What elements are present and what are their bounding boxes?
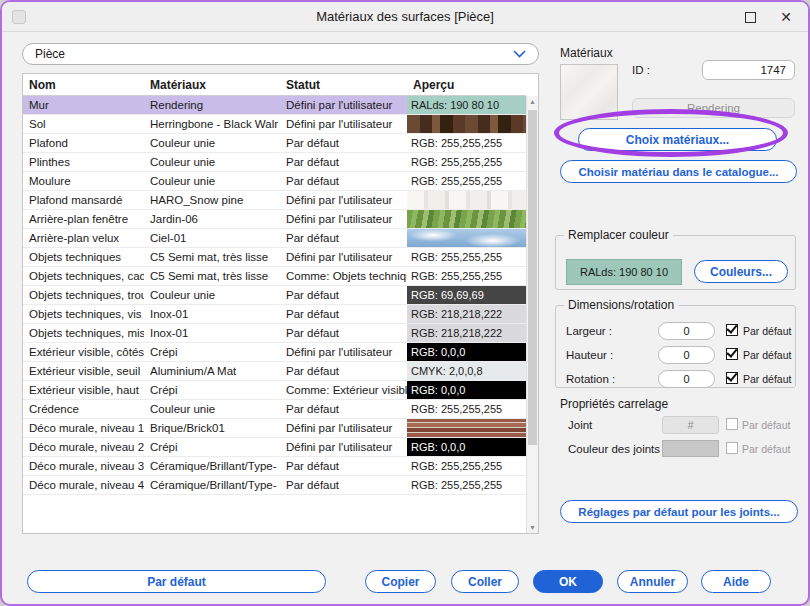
table-row[interactable]: Objets techniques, mise àInox-01Par défa… bbox=[23, 324, 526, 343]
table-row[interactable]: Extérieur visible, hautCrépiComme: Extér… bbox=[23, 381, 526, 400]
row-status: Par défaut bbox=[280, 134, 407, 152]
row-status: Défini par l'utilisateur bbox=[280, 96, 407, 114]
table-row[interactable]: Objets techniques, cadreC5 Semi mat, trè… bbox=[23, 267, 526, 286]
row-status: Défini par l'utilisateur bbox=[280, 248, 407, 266]
row-name: Objets techniques bbox=[23, 248, 144, 266]
rotation-input[interactable]: 0 bbox=[658, 370, 715, 388]
joint-defaults-button[interactable]: Réglages par défaut pour les joints... bbox=[560, 500, 798, 523]
table-row[interactable]: SolHerringbone - Black WalrDéfini par l'… bbox=[23, 115, 526, 134]
row-name: Objets techniques, cadre bbox=[23, 267, 144, 285]
row-material: Ciel-01 bbox=[144, 229, 280, 247]
table-row[interactable]: PlinthesCouleur uniePar défautRGB: 255,2… bbox=[23, 153, 526, 172]
row-preview: RALds: 190 80 10 bbox=[407, 96, 526, 114]
row-status: Par défaut bbox=[280, 457, 407, 475]
row-material: HARO_Snow pine bbox=[144, 191, 280, 209]
row-status: Par défaut bbox=[280, 362, 407, 380]
tiling-title: Propriétés carrelage bbox=[560, 397, 668, 411]
row-preview: CMYK: 2,0,0,8 bbox=[407, 362, 526, 380]
colors-button[interactable]: Couleurs... bbox=[694, 260, 788, 283]
table-row[interactable]: Déco murale, niveau 3Céramique/Brillant/… bbox=[23, 457, 526, 476]
row-material: C5 Semi mat, très lisse bbox=[144, 248, 280, 266]
table-row[interactable]: Extérieur visible, seuilAluminium/A MatP… bbox=[23, 362, 526, 381]
row-status: Comme: Extérieur visible bbox=[280, 381, 407, 399]
scroll-down-icon[interactable]: ▼ bbox=[527, 524, 538, 531]
table-row[interactable]: Objets techniques, trouCouleur uniePar d… bbox=[23, 286, 526, 305]
table-row[interactable]: Déco murale, niveau 1Brique/Brick01Défin… bbox=[23, 419, 526, 438]
rotation-label: Rotation : bbox=[566, 373, 615, 385]
table-row[interactable]: Déco murale, niveau 4Céramique/Brillant/… bbox=[23, 476, 526, 495]
room-selector[interactable]: Pièce bbox=[22, 43, 539, 65]
row-material: Inox-01 bbox=[144, 324, 280, 342]
row-preview: RGB: 255,255,255 bbox=[407, 457, 526, 475]
row-preview: RGB: 255,255,255 bbox=[407, 267, 526, 285]
copy-button[interactable]: Copier bbox=[365, 570, 436, 593]
catalog-button[interactable]: Choisir matériau dans le catalogue... bbox=[560, 160, 797, 183]
table-row[interactable]: MurRenderingDéfini par l'utilisateurRALd… bbox=[23, 96, 526, 115]
row-material: Jardin-06 bbox=[144, 210, 280, 228]
scroll-up-icon[interactable]: ▲ bbox=[527, 98, 538, 105]
joint-color-default-label: Par défaut bbox=[742, 443, 790, 455]
table-row[interactable]: Arrière-plan veluxCiel-01Par défaut bbox=[23, 229, 526, 248]
table-row[interactable]: MoulureCouleur uniePar défautRGB: 255,25… bbox=[23, 172, 526, 191]
dimensions-group: Dimensions/rotation Largeur : 0 Par défa… bbox=[555, 298, 796, 388]
close-button[interactable]: ✕ bbox=[780, 8, 792, 26]
largeur-default-checkbox[interactable] bbox=[726, 324, 738, 336]
table-row[interactable]: Objets techniquesC5 Semi mat, très lisse… bbox=[23, 248, 526, 267]
help-button[interactable]: Aide bbox=[701, 570, 771, 593]
row-name: Moulure bbox=[23, 172, 144, 190]
largeur-input[interactable]: 0 bbox=[658, 322, 715, 340]
row-status: Par défaut bbox=[280, 153, 407, 171]
largeur-label: Largeur : bbox=[566, 325, 612, 337]
row-name: Déco murale, niveau 4 bbox=[23, 476, 144, 494]
table-row[interactable]: PlafondCouleur uniePar défautRGB: 255,25… bbox=[23, 134, 526, 153]
table-row[interactable]: Objets techniques, visInox-01Par défautR… bbox=[23, 305, 526, 324]
joint-default-checkbox bbox=[726, 418, 738, 430]
row-status: Comme: Objets technique bbox=[280, 267, 407, 285]
choose-material-button[interactable]: Choix matériaux... bbox=[578, 128, 777, 151]
row-material: Aluminium/A Mat bbox=[144, 362, 280, 380]
row-material: Céramique/Brillant/Type- bbox=[144, 476, 280, 494]
row-name: Objets techniques, mise à bbox=[23, 324, 144, 342]
row-status: Par défaut bbox=[280, 400, 407, 418]
row-material: Crépi bbox=[144, 381, 280, 399]
table-header: Nom Matériaux Statut Aperçu bbox=[23, 74, 526, 96]
maximize-button[interactable] bbox=[745, 12, 756, 23]
default-button[interactable]: Par défaut bbox=[27, 570, 326, 593]
hauteur-input[interactable]: 0 bbox=[658, 346, 715, 364]
materials-panel-title: Matériaux bbox=[560, 46, 613, 60]
id-field[interactable]: 1747 bbox=[702, 60, 795, 80]
row-name: Extérieur visible, haut bbox=[23, 381, 144, 399]
hauteur-default-label: Par défaut bbox=[743, 349, 791, 361]
row-preview bbox=[407, 229, 526, 247]
hauteur-default-checkbox[interactable] bbox=[726, 348, 738, 360]
joint-color-swatch bbox=[662, 440, 719, 457]
table-row[interactable]: Arrière-plan fenêtreJardin-06Défini par … bbox=[23, 210, 526, 229]
scrollbar-thumb[interactable] bbox=[528, 110, 537, 445]
cancel-button[interactable]: Annuler bbox=[617, 570, 688, 593]
largeur-default-label: Par défaut bbox=[743, 325, 791, 337]
table-scrollbar[interactable]: ▲ ▼ bbox=[526, 96, 538, 533]
table-row[interactable]: Déco murale, niveau 2CrépiDéfini par l'u… bbox=[23, 438, 526, 457]
col-materiaux[interactable]: Matériaux bbox=[144, 78, 280, 92]
row-preview bbox=[407, 115, 526, 133]
row-status: Par défaut bbox=[280, 476, 407, 494]
paste-button[interactable]: Coller bbox=[451, 570, 519, 593]
table-body: MurRenderingDéfini par l'utilisateurRALd… bbox=[23, 96, 526, 533]
table-row[interactable]: CrédenceCouleur uniePar défautRGB: 255,2… bbox=[23, 400, 526, 419]
row-preview: RGB: 255,255,255 bbox=[407, 153, 526, 171]
row-name: Extérieur visible, côtés bbox=[23, 343, 144, 361]
col-statut[interactable]: Statut bbox=[280, 78, 407, 92]
row-name: Crédence bbox=[23, 400, 144, 418]
row-preview bbox=[407, 191, 526, 209]
table-row[interactable]: Extérieur visible, côtésCrépiDéfini par … bbox=[23, 343, 526, 362]
row-preview: RGB: 218,218,222 bbox=[407, 324, 526, 342]
row-preview: RGB: 255,255,255 bbox=[407, 172, 526, 190]
col-nom[interactable]: Nom bbox=[23, 78, 144, 92]
table-row[interactable]: Plafond mansardéHARO_Snow pineDéfini par… bbox=[23, 191, 526, 210]
row-status: Défini par l'utilisateur bbox=[280, 191, 407, 209]
col-apercu[interactable]: Aperçu bbox=[407, 78, 526, 92]
rotation-default-checkbox[interactable] bbox=[726, 372, 738, 384]
row-name: Extérieur visible, seuil bbox=[23, 362, 144, 380]
ok-button[interactable]: OK bbox=[533, 570, 603, 593]
row-status: Par défaut bbox=[280, 324, 407, 342]
